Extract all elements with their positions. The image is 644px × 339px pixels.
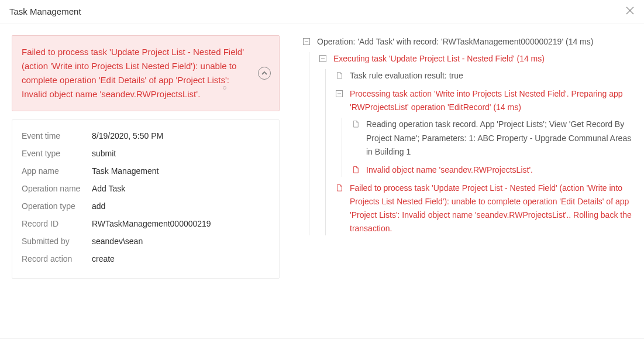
minus-box-icon — [318, 54, 328, 63]
detail-label: Record action — [22, 254, 92, 263]
tree-node-label: Task rule evaluation result: true — [350, 69, 633, 83]
document-error-icon — [335, 183, 344, 193]
detail-label: Event type — [22, 149, 92, 158]
tree-node-reading-record[interactable]: Reading operation task record. App 'Proj… — [351, 118, 633, 158]
summary-pane: Failed to process task 'Update Project L… — [0, 23, 291, 338]
tree-node-label: Operation: 'Add Task' with record: 'RWTa… — [317, 35, 633, 49]
detail-row-event-time: Event time 8/19/2020, 5:50 PM — [22, 127, 270, 145]
execution-tree: Operation: 'Add Task' with record: 'RWTa… — [302, 35, 633, 235]
detail-value: submit — [92, 149, 116, 158]
task-management-dialog: Task Management Failed to process task '… — [0, 0, 644, 339]
error-message: Failed to process task 'Update Project L… — [22, 47, 244, 99]
detail-label: Submitted by — [22, 237, 92, 246]
close-button[interactable] — [624, 6, 636, 18]
tree-node-executing-task[interactable]: Executing task 'Update Project List - Ne… — [318, 52, 633, 235]
detail-value: create — [92, 254, 115, 263]
detail-row-record-id: Record ID RWTaskManagement000000219 — [22, 215, 270, 232]
detail-label: Record ID — [22, 219, 92, 228]
chevron-up-icon — [261, 66, 267, 80]
detail-row-record-action: Record action create — [22, 250, 270, 268]
tree-node-label: Executing task 'Update Project List - Ne… — [333, 52, 633, 66]
minus-box-icon — [335, 89, 344, 98]
detail-value: Add Task — [92, 184, 125, 193]
detail-label: Operation name — [22, 184, 92, 193]
details-panel: Event time 8/19/2020, 5:50 PM Event type… — [12, 119, 280, 279]
tree-node-label: Processing task action 'Write into Proje… — [350, 87, 633, 114]
dialog-header: Task Management — [0, 0, 644, 23]
detail-label: Event time — [22, 131, 92, 141]
tree-node-rule-eval[interactable]: Task rule evaluation result: true — [335, 69, 633, 83]
detail-row-operation-type: Operation type add — [22, 197, 270, 215]
execution-tree-pane: Operation: 'Add Task' with record: 'RWTa… — [291, 23, 644, 338]
error-banner: Failed to process task 'Update Project L… — [12, 35, 280, 111]
detail-row-event-type: Event type submit — [22, 145, 270, 162]
detail-row-app-name: App name Task Management — [22, 162, 270, 180]
detail-label: Operation type — [22, 201, 92, 211]
collapse-toggle[interactable] — [258, 67, 271, 80]
dialog-title: Task Management — [9, 6, 81, 16]
dialog-body: Failed to process task 'Update Project L… — [0, 23, 644, 338]
document-icon — [335, 71, 344, 80]
detail-value: 8/19/2020, 5:50 PM — [92, 131, 163, 141]
tree-node-root[interactable]: Operation: 'Add Task' with record: 'RWTa… — [302, 35, 633, 235]
detail-value: add — [92, 201, 105, 211]
tree-node-label: Failed to process task 'Update Project L… — [350, 182, 633, 235]
tree-node-label: Invalid object name 'seandev.RWProjectsL… — [366, 163, 633, 177]
decorative-dot — [223, 86, 226, 90]
detail-label: App name — [22, 166, 92, 176]
detail-row-operation-name: Operation name Add Task — [22, 180, 270, 197]
detail-value: Task Management — [92, 166, 159, 176]
detail-row-submitted-by: Submitted by seandev\sean — [22, 232, 270, 250]
minus-box-icon — [302, 37, 311, 46]
detail-value: RWTaskManagement000000219 — [92, 219, 211, 228]
tree-node-processing-action[interactable]: Processing task action 'Write into Proje… — [335, 87, 633, 177]
tree-node-label: Reading operation task record. App 'Proj… — [366, 118, 633, 158]
tree-node-failed-rollback[interactable]: Failed to process task 'Update Project L… — [335, 182, 633, 235]
detail-value: seandev\sean — [92, 237, 143, 246]
document-error-icon — [351, 165, 360, 174]
close-icon — [625, 6, 635, 17]
document-icon — [351, 119, 360, 129]
tree-node-invalid-object[interactable]: Invalid object name 'seandev.RWProjectsL… — [351, 163, 633, 177]
